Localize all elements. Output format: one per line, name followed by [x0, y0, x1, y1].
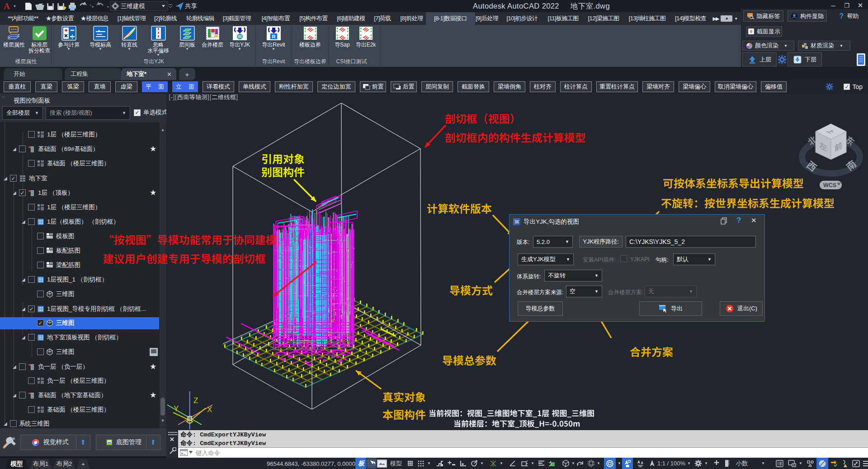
svg-text:R: R	[272, 34, 275, 39]
svg-text:Z: Z	[193, 396, 198, 405]
svg-text:WCS: WCS	[823, 182, 836, 188]
svg-text:Y: Y	[174, 404, 179, 413]
svg-text:三维建模: 三维建模	[121, 3, 145, 9]
svg-text:X: X	[207, 405, 212, 414]
svg-text:共享: 共享	[185, 3, 197, 9]
svg-text:A: A	[4, 1, 10, 11]
